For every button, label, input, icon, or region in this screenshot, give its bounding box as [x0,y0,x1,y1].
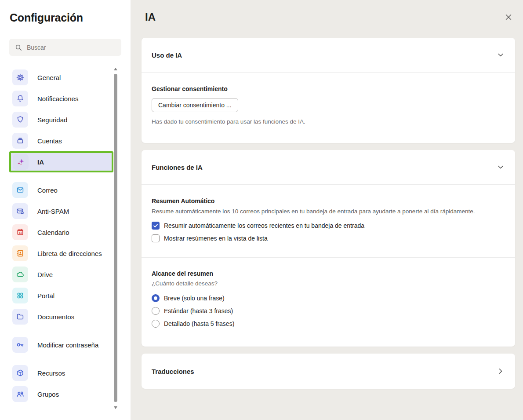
address-book-icon [12,245,28,261]
checkbox-unchecked[interactable] [152,234,160,242]
uso-de-ia-header[interactable]: Uso de IA [142,38,515,72]
radio-unselected[interactable] [152,320,160,328]
mail-envelope-icon [12,182,28,198]
radio-selected[interactable] [152,294,160,302]
sidebar-item-label: Libreta de direcciones [37,250,102,257]
close-button[interactable] [502,11,515,24]
sidebar-title: Configuración [10,11,131,24]
radio-label: Detallado (hasta 5 frases) [164,320,234,327]
sidebar-item-label: Seguridad [37,116,67,124]
checkbox-label: Resumir automáticamente los correos reci… [164,222,364,229]
sidebar-item-correo[interactable]: Correo [9,179,113,201]
grid-icon [12,288,28,303]
funciones-de-ia-header[interactable]: Funciones de IA [142,150,515,184]
section-title: Funciones de IA [152,164,203,171]
section-title: Uso de IA [152,51,182,59]
alcance-del-resumen-section: Alcance del resumen ¿Cuánto detalle dese… [142,258,515,347]
card-traducciones[interactable]: Traducciones [142,354,515,389]
change-consent-button[interactable]: Cambiar consentimiento ... [152,98,238,112]
checkbox-row-resumir[interactable]: Resumir automáticamente los correos reci… [152,222,505,230]
section-title: Traducciones [152,368,194,375]
sidebar-item-grupos[interactable]: Grupos [9,383,113,405]
search-input[interactable] [27,44,116,51]
sidebar-item-recursos[interactable]: Recursos [9,362,113,383]
chevron-down-icon [496,163,505,172]
sidebar-nav: General Notificaciones Seguridad [9,67,113,405]
sidebar-item-label: Anti-SPAM [37,208,69,215]
svg-text:24: 24 [19,232,22,234]
sidebar-item-portal[interactable]: Portal [9,285,113,306]
sidebar-item-documentos[interactable]: Documentos [9,306,113,327]
sidebar-item-ia[interactable]: IA [9,151,113,172]
radio-row-breve[interactable]: Breve (solo una frase) [152,294,505,302]
sidebar-item-general[interactable]: General [9,67,113,88]
cloud-icon [12,267,28,282]
consent-status-text: Has dado tu consentimiento para usar las… [152,118,505,125]
alcance-subtitle: ¿Cuánto detalle deseas? [152,280,505,287]
bell-icon [12,91,28,106]
ia-settings-panel: IA Uso de IA Gestionar consentimiento Ca… [131,0,523,420]
shield-icon [12,112,28,128]
page-title: IA [145,11,156,23]
sidebar-item-label: Portal [37,292,54,299]
checkbox-row-mostrar[interactable]: Mostrar resúmenes en la vista de lista [152,234,505,242]
search-icon [15,44,22,51]
resumen-automatico-section: Resumen Automático Resume automáticament… [142,185,515,257]
cube-icon [12,365,28,381]
close-icon [504,13,513,22]
consent-section: Gestionar consentimiento Cambiar consent… [142,73,515,143]
sidebar-item-label: Recursos [37,369,65,377]
people-icon [12,386,28,402]
sidebar-item-cuentas[interactable]: Cuentas [9,130,113,151]
ai-sparkles-icon [13,154,29,170]
scrollbar-thumb[interactable] [114,74,117,402]
radio-label: Estándar (hasta 3 frases) [164,307,233,314]
sidebar-item-seguridad[interactable]: Seguridad [9,109,113,130]
sidebar-item-label: Drive [37,271,53,278]
sidebar-item-contrasena[interactable]: Modificar contraseña [9,334,113,355]
resumen-description: Resume automáticamente los 10 correos pr… [152,208,505,215]
alcance-heading: Alcance del resumen [152,270,505,277]
sidebar-item-libreta[interactable]: Libreta de direcciones [9,243,113,264]
chevron-right-icon [496,367,505,376]
radio-row-detallado[interactable]: Detallado (hasta 5 frases) [152,320,505,328]
mail-block-icon [12,203,28,219]
sidebar-item-label: Grupos [37,391,59,398]
search-box[interactable] [9,39,121,56]
sidebar-item-label: Correo [37,186,58,194]
checkbox-checked[interactable] [152,222,160,230]
sidebar-item-label: Documentos [37,313,74,321]
sidebar-item-label: Notificaciones [37,95,78,102]
key-icon [12,337,28,353]
sidebar-item-antispam[interactable]: Anti-SPAM [9,201,113,222]
card-funciones-de-ia: Funciones de IA Resumen Automático Resum… [142,150,515,347]
checkbox-label: Mostrar resúmenes en la vista de lista [164,235,268,242]
sidebar-item-label: General [37,74,61,81]
radio-unselected[interactable] [152,307,160,315]
scroll-down-arrow[interactable] [114,406,117,409]
card-uso-de-ia: Uso de IA Gestionar consentimiento Cambi… [142,38,515,143]
scroll-up-arrow[interactable] [114,68,117,70]
sidebar-item-label: Cuentas [37,137,62,145]
panel-header: IA [142,10,515,24]
sidebar-item-label: Calendario [37,229,69,236]
folder-icon [12,309,28,325]
resumen-heading: Resumen Automático [152,197,505,205]
sidebar-item-drive[interactable]: Drive [9,264,113,285]
accounts-tray-icon [12,133,28,149]
calendar-icon: 24 [12,224,28,240]
sidebar-item-calendario[interactable]: 24 Calendario [9,222,113,243]
consent-heading: Gestionar consentimiento [152,85,505,92]
sidebar-item-label: IA [37,158,44,166]
radio-label: Breve (solo una frase) [164,295,225,302]
chevron-down-icon [496,51,505,59]
gear-icon [12,69,28,85]
radio-row-estandar[interactable]: Estándar (hasta 3 frases) [152,307,505,315]
settings-sidebar: Configuración General [0,0,131,420]
sidebar-item-notificaciones[interactable]: Notificaciones [9,88,113,109]
sidebar-scrollbar[interactable] [113,67,118,410]
sidebar-item-label: Modificar contraseña [37,341,98,349]
